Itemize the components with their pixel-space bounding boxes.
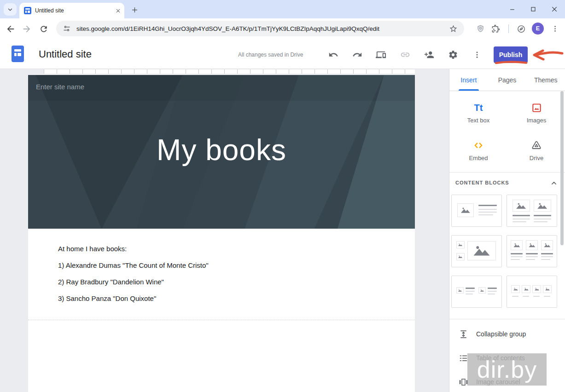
- sidebar-divider: [449, 319, 565, 319]
- image-placeholder-icon: [543, 285, 552, 293]
- editor-main: Enter site name My books At home I have …: [0, 69, 565, 392]
- tab-close-icon[interactable]: [116, 8, 121, 13]
- text-line-placeholder: [478, 205, 497, 206]
- text-line-placeholder: [526, 259, 535, 260]
- text-box-icon: Tt: [449, 101, 507, 114]
- text-line-placeholder: [541, 253, 553, 254]
- text-line-placeholder: [511, 253, 523, 254]
- body-line[interactable]: 2) Ray Bradbury "Dandelion Wine": [58, 278, 209, 285]
- insert-drive[interactable]: Drive: [507, 139, 565, 161]
- publish-button[interactable]: Publish: [494, 46, 528, 63]
- body-line[interactable]: 1) Alexandre Dumas "The Count of Monte C…: [58, 262, 209, 269]
- preview-button[interactable]: [375, 49, 387, 61]
- content-block-four-images[interactable]: [507, 276, 557, 308]
- page-body-text[interactable]: At home I have books: 1) Alexandre Dumas…: [58, 245, 209, 311]
- link-icon: [400, 50, 410, 60]
- tab-insert[interactable]: Insert: [449, 69, 488, 91]
- image-placeholder-icon: [467, 241, 496, 260]
- tool-label: Drive: [507, 155, 565, 161]
- sidebar-scrollbar-thumb[interactable]: [560, 91, 564, 245]
- text-line-placeholder: [466, 288, 475, 289]
- copy-link-button[interactable]: [399, 49, 411, 61]
- person-add-icon: [424, 50, 434, 60]
- tool-label: Images: [507, 117, 565, 124]
- tool-label: Text box: [449, 117, 507, 124]
- minimize-button[interactable]: [501, 0, 523, 18]
- site-name-placeholder[interactable]: Enter site name: [36, 83, 84, 91]
- content-block-pairs[interactable]: [451, 276, 502, 308]
- kebab-menu-icon: [551, 25, 559, 33]
- text-line-placeholder: [533, 296, 540, 297]
- text-line-placeholder: [512, 296, 518, 297]
- text-line-placeholder: [466, 291, 475, 292]
- share-button[interactable]: [423, 49, 435, 61]
- browser-toolbar: sites.google.com/d/1EiRH14Ghi_UocrO3jqh4…: [0, 18, 565, 39]
- browser-menu-button[interactable]: [549, 23, 560, 35]
- url-text[interactable]: sites.google.com/d/1EiRH14Ghi_UocrO3jqh4…: [76, 25, 449, 32]
- banner-top-shade: [28, 75, 415, 101]
- insert-images[interactable]: Images: [507, 101, 565, 124]
- image-placeholder-icon: [534, 200, 551, 212]
- back-button[interactable]: [5, 23, 16, 35]
- content-block-image-text[interactable]: [451, 195, 502, 227]
- new-tab-button[interactable]: [129, 4, 140, 15]
- insert-text-box[interactable]: Tt Text box: [449, 101, 507, 124]
- url-bar[interactable]: sites.google.com/d/1EiRH14Ghi_UocrO3jqh4…: [56, 21, 464, 36]
- collapse-section-button[interactable]: [549, 179, 559, 188]
- avatar-letter: E: [536, 25, 540, 32]
- tab-pages[interactable]: Pages: [488, 69, 527, 91]
- undo-button[interactable]: [327, 49, 339, 61]
- maximize-button[interactable]: [523, 0, 544, 18]
- text-line-placeholder: [488, 294, 495, 294]
- text-line-placeholder: [544, 296, 550, 297]
- more-options-button[interactable]: [471, 49, 483, 61]
- browser-tab[interactable]: Untitled site: [19, 3, 124, 18]
- text-line-placeholder: [534, 215, 551, 216]
- site-info-icon[interactable]: [63, 24, 71, 33]
- site-page-canvas[interactable]: Enter site name My books At home I have …: [28, 75, 415, 392]
- insert-embed[interactable]: Embed: [449, 139, 507, 161]
- close-button[interactable]: [544, 0, 565, 18]
- extensions-puzzle-icon: [491, 24, 500, 33]
- text-line-placeholder: [534, 221, 548, 222]
- text-line-placeholder: [488, 288, 497, 289]
- text-line-placeholder: [513, 221, 526, 222]
- insert-collapsible-group[interactable]: Collapsible group: [449, 327, 565, 341]
- body-line[interactable]: At home I have books:: [58, 245, 209, 252]
- content-block-gallery[interactable]: [451, 235, 502, 267]
- bookmark-star-icon[interactable]: [449, 24, 458, 33]
- settings-button[interactable]: [447, 49, 459, 61]
- images-icon: [507, 101, 565, 114]
- profile-avatar[interactable]: E: [532, 23, 544, 35]
- insert-sidebar: Insert Pages Themes Tt Text box Images E…: [449, 69, 565, 392]
- image-placeholder-icon: [526, 240, 538, 250]
- text-line-placeholder: [511, 256, 523, 257]
- privacy-shield-button[interactable]: [475, 23, 486, 35]
- chevron-down-icon: [7, 6, 13, 13]
- extensions-button[interactable]: [490, 23, 501, 35]
- text-line-placeholder: [478, 214, 493, 215]
- performance-button[interactable]: [516, 23, 527, 35]
- site-title[interactable]: Untitled site: [39, 39, 92, 69]
- page-header-banner[interactable]: Enter site name My books: [28, 75, 415, 229]
- image-placeholder-icon: [456, 287, 464, 294]
- tab-themes[interactable]: Themes: [526, 69, 565, 91]
- google-sites-logo-icon[interactable]: [12, 46, 24, 62]
- sidebar-divider: [449, 172, 565, 173]
- forward-button[interactable]: [21, 23, 32, 35]
- embed-code-icon: [449, 139, 507, 152]
- tab-search-button[interactable]: [4, 3, 17, 16]
- window-controls: [501, 0, 565, 18]
- content-block-two-images[interactable]: [507, 195, 557, 227]
- sidebar-tabs: Insert Pages Themes: [449, 69, 565, 91]
- content-block-three-images[interactable]: [507, 235, 557, 267]
- page-title[interactable]: My books: [28, 133, 415, 167]
- text-line-placeholder: [511, 259, 520, 260]
- redo-button[interactable]: [351, 49, 363, 61]
- refresh-button[interactable]: [38, 23, 49, 35]
- image-placeholder-icon: [457, 203, 474, 217]
- image-placeholder-icon: [511, 240, 523, 250]
- tab-title: Untitled site: [35, 7, 116, 14]
- body-line[interactable]: 3) Sancho Panza "Don Quixote": [58, 295, 209, 302]
- collapsible-group-icon: [458, 329, 469, 340]
